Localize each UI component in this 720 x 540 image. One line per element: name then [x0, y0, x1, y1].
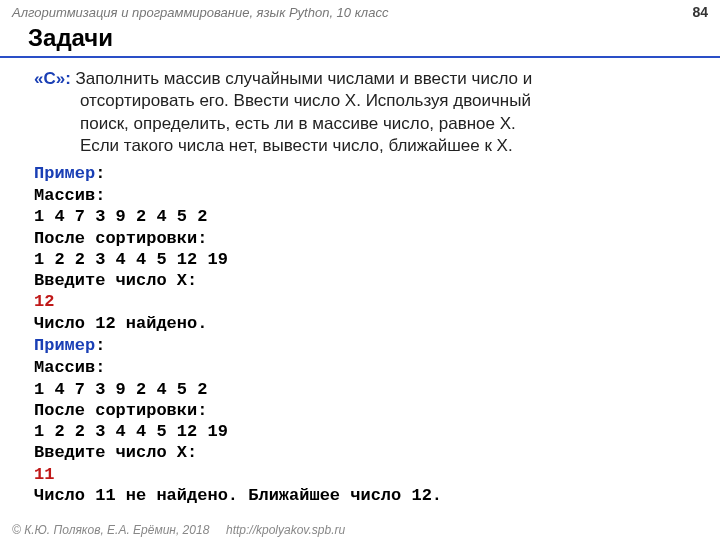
example-line: Массив: — [34, 357, 690, 378]
footer: © К.Ю. Поляков, Е.А. Ерёмин, 2018 http:/… — [12, 523, 345, 537]
example-input: 11 — [34, 464, 690, 485]
example-line: Массив: — [34, 185, 690, 206]
example-line: Введите число X: — [34, 442, 690, 463]
example-label: Пример — [34, 164, 95, 183]
task-line-4: Если такого числа нет, вывести число, бл… — [34, 135, 690, 157]
content: «C»: Заполнить массив случайными числами… — [0, 68, 720, 506]
example-line: 1 4 7 3 9 2 4 5 2 — [34, 379, 690, 400]
example-line: После сортировки: — [34, 228, 690, 249]
example-line: Введите число X: — [34, 270, 690, 291]
example-line: Число 12 найдено. — [34, 313, 690, 334]
task-description: «C»: Заполнить массив случайными числами… — [34, 68, 690, 158]
copyright: © К.Ю. Поляков, Е.А. Ерёмин, 2018 — [12, 523, 209, 537]
footer-url: http://kpolyakov.spb.ru — [226, 523, 345, 537]
example-colon: : — [95, 336, 105, 355]
example-label: Пример — [34, 336, 95, 355]
example-2: Пример: Массив: 1 4 7 3 9 2 4 5 2 После … — [34, 334, 690, 506]
example-line: 1 4 7 3 9 2 4 5 2 — [34, 206, 690, 227]
header: Алгоритмизация и программирование, язык … — [0, 0, 720, 22]
example-line: Число 11 не найдено. Ближайшее число 12. — [34, 485, 690, 506]
example-1: Пример: Массив: 1 4 7 3 9 2 4 5 2 После … — [34, 162, 690, 334]
task-label: «C»: — [34, 69, 71, 88]
example-line: После сортировки: — [34, 400, 690, 421]
example-line: 1 2 2 3 4 4 5 12 19 — [34, 421, 690, 442]
course-title: Алгоритмизация и программирование, язык … — [12, 5, 388, 20]
task-line-2: отсортировать его. Ввести число X. Испол… — [34, 90, 690, 112]
page-title: Задачи — [0, 22, 720, 58]
example-colon: : — [95, 164, 105, 183]
page-number: 84 — [692, 4, 708, 20]
example-input: 12 — [34, 291, 690, 312]
task-line-3: поиск, определить, есть ли в массиве чис… — [34, 113, 690, 135]
task-line-1: Заполнить массив случайными числами и вв… — [71, 69, 532, 88]
example-line: 1 2 2 3 4 4 5 12 19 — [34, 249, 690, 270]
